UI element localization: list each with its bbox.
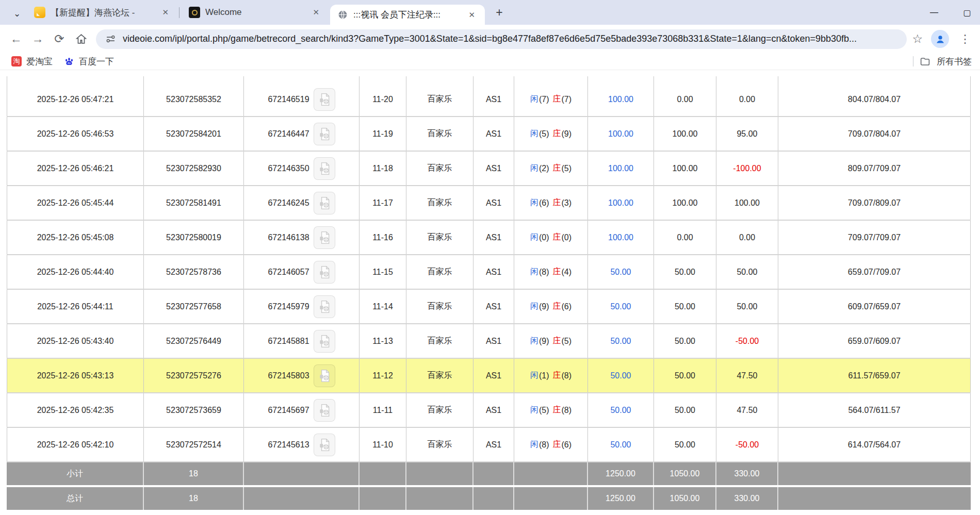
win-loss: 0.00 (716, 221, 778, 254)
profile-avatar[interactable] (931, 30, 949, 48)
balance: 609.07/659.07 (778, 290, 971, 323)
bet-number: 523072581491 (144, 186, 244, 220)
bet-amount[interactable]: 50.00 (588, 255, 654, 289)
site-info-icon[interactable] (105, 34, 116, 44)
close-tab-icon[interactable]: ✕ (159, 7, 171, 18)
home-button[interactable] (70, 28, 92, 50)
reload-button[interactable]: ⟳ (48, 28, 70, 50)
back-button[interactable]: ← (5, 28, 27, 50)
video-document-icon (318, 335, 331, 348)
table-row: 2025-12-26 05:45:08 523072580019 6721461… (7, 221, 971, 255)
bet-time: 2025-12-26 05:43:13 (7, 359, 144, 392)
result-cell: 闲(8)庄(6) (514, 428, 588, 461)
round-label: 11-12 (360, 359, 406, 392)
balance: 804.07/804.07 (778, 82, 971, 116)
round-cell: 672146350 (244, 152, 360, 185)
video-replay-button[interactable] (314, 88, 335, 111)
bet-amount[interactable]: 50.00 (588, 428, 654, 461)
video-replay-button[interactable] (314, 434, 335, 456)
round-label: 11-16 (360, 221, 406, 254)
close-tab-icon[interactable]: ✕ (310, 7, 322, 18)
table-row: 2025-12-26 05:45:44 523072581491 6721462… (7, 186, 971, 221)
bet-amount[interactable]: 100.00 (588, 82, 654, 116)
banker-points: (8) (562, 371, 572, 380)
footer-empty-cell (473, 487, 514, 510)
player-label: 闲 (530, 336, 538, 346)
new-tab-button[interactable]: + (493, 6, 506, 19)
table-code: AS1 (473, 82, 514, 116)
balance: 659.07/709.07 (778, 255, 971, 289)
video-document-icon (318, 127, 331, 141)
valid-amount: 100.00 (654, 186, 716, 220)
bet-time: 2025-12-26 05:44:40 (7, 255, 144, 289)
video-replay-button[interactable] (314, 123, 335, 145)
table-code: AS1 (473, 428, 514, 461)
bet-amount[interactable]: 100.00 (588, 221, 654, 254)
video-replay-button[interactable] (314, 261, 335, 284)
tab-search-chevron-icon[interactable]: ⌄ (10, 7, 24, 20)
bet-amount[interactable]: 50.00 (588, 359, 654, 392)
win-loss: 100.00 (716, 186, 778, 220)
bookmark-star-icon[interactable]: ☆ (912, 32, 923, 46)
bookmark-baidu[interactable]: du 百度一下 (64, 56, 114, 68)
player-label: 闲 (530, 232, 538, 243)
footer-empty-cell (244, 462, 360, 485)
tab-haiyan-forum[interactable]: 【新提醒】海燕论坛 - ✕ (27, 0, 178, 25)
banker-points: (6) (562, 440, 572, 450)
video-replay-button[interactable] (314, 157, 335, 180)
total-count: 18 (144, 487, 244, 510)
valid-amount: 100.00 (654, 152, 716, 185)
video-replay-button[interactable] (314, 364, 335, 387)
video-document-icon (318, 93, 331, 106)
valid-amount: 50.00 (654, 290, 716, 323)
forward-button[interactable]: → (27, 28, 48, 50)
video-replay-button[interactable] (314, 226, 335, 249)
svg-text:du: du (68, 61, 71, 64)
url-bar[interactable]: videoie.com/ipl/portal.php/game/betrecor… (96, 29, 907, 49)
footer-empty-cell (360, 487, 406, 510)
video-replay-button[interactable] (314, 399, 335, 422)
banker-points: (7) (562, 95, 572, 104)
game-type: 百家乐 (406, 152, 473, 185)
game-type: 百家乐 (406, 221, 473, 254)
video-replay-button[interactable] (314, 192, 335, 214)
bet-time: 2025-12-26 05:45:08 (7, 221, 144, 254)
round-number: 672146350 (268, 164, 309, 173)
video-replay-button[interactable] (314, 295, 335, 318)
tab-welcome[interactable]: Welcome ✕ (182, 0, 329, 25)
bookmark-aitaobao[interactable]: 淘 爱淘宝 (11, 56, 53, 68)
baidu-paw-icon: du (64, 56, 74, 67)
subtotal-winloss: 330.00 (716, 462, 778, 485)
round-number: 672146057 (268, 268, 309, 277)
table-code: AS1 (473, 359, 514, 392)
tab-strip: ⌄ 【新提醒】海燕论坛 - ✕ Welcome ✕ :::视讯 会员下注纪录::… (0, 0, 980, 25)
round-cell: 672145803 (244, 359, 360, 392)
game-type: 百家乐 (406, 428, 473, 461)
browser-toolbar: ← → ⟳ videoie.com/ipl/portal.php/game/be… (0, 25, 980, 53)
bet-records-table: 2025-12-26 05:47:21 523072585352 6721465… (7, 76, 971, 462)
video-document-icon (318, 162, 331, 175)
banker-points: (8) (562, 406, 572, 415)
globe-icon (337, 9, 348, 20)
bet-amount[interactable]: 50.00 (588, 393, 654, 427)
bet-amount[interactable]: 100.00 (588, 152, 654, 185)
player-label: 闲 (530, 94, 538, 105)
round-cell: 672146245 (244, 186, 360, 220)
video-replay-button[interactable] (314, 330, 335, 353)
banker-points: (9) (562, 129, 572, 139)
bet-amount[interactable]: 100.00 (588, 186, 654, 220)
all-bookmarks[interactable]: 所有书签 (913, 56, 980, 68)
bet-amount[interactable]: 50.00 (588, 324, 654, 358)
result-cell: 闲(5)庄(9) (514, 117, 588, 151)
maximize-button[interactable]: ▢ (961, 8, 973, 18)
tab-bet-records-active[interactable]: :::视讯 会员下注纪录::: ✕ (330, 5, 485, 25)
close-tab-icon[interactable]: ✕ (466, 9, 478, 21)
browser-menu-icon[interactable]: ⋮ (957, 32, 973, 46)
minimize-button[interactable]: — (928, 8, 940, 17)
url-text[interactable]: videoie.com/ipl/portal.php/game/betrecor… (123, 34, 897, 44)
balance: 614.07/564.07 (778, 428, 971, 461)
table-row: 2025-12-26 05:44:11 523072577658 6721459… (7, 290, 971, 324)
bet-amount[interactable]: 100.00 (588, 117, 654, 151)
tab-divider (179, 7, 179, 18)
bet-amount[interactable]: 50.00 (588, 290, 654, 323)
